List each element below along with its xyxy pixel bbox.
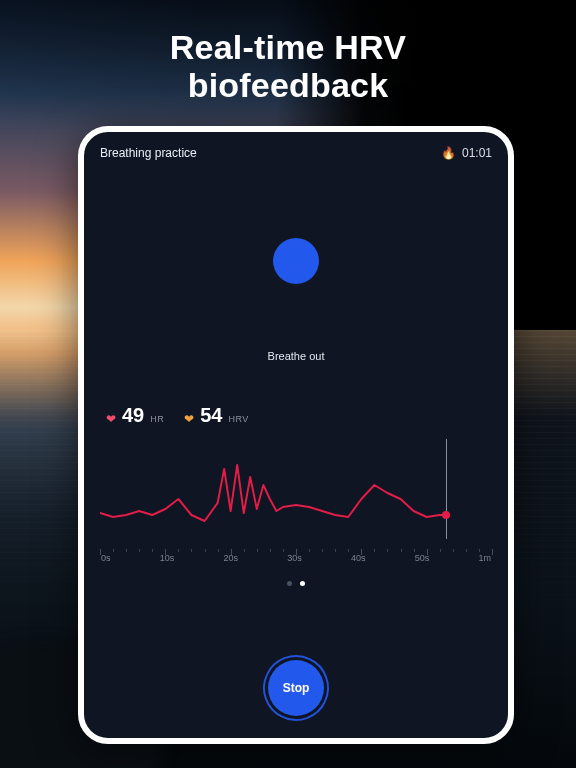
page-indicator[interactable] [100, 581, 492, 586]
axis-tick [283, 549, 284, 552]
axis-label: 40s [351, 553, 366, 563]
tablet-frame: Breathing practice 🔥 01:01 Breathe out ❤… [78, 126, 514, 744]
app-screen: Breathing practice 🔥 01:01 Breathe out ❤… [84, 132, 508, 738]
axis-tick [152, 549, 153, 552]
axis-tick [479, 549, 480, 552]
hrv-value: 54 [200, 404, 222, 427]
headline-line-1: Real-time HRV [170, 28, 406, 66]
hrv-heart-icon: ❤ [184, 412, 194, 426]
hr-chart: 0s10s20s30s40s50s1m [100, 433, 492, 563]
axis-tick [139, 549, 140, 552]
metrics-row: ❤ 49 HR ❤ 54 HRV [106, 404, 492, 427]
axis-tick [322, 549, 323, 552]
axis-tick [387, 549, 388, 552]
axis-tick [374, 549, 375, 552]
axis-tick [414, 549, 415, 552]
axis-tick [440, 549, 441, 552]
axis-tick [218, 549, 219, 552]
axis-label: 1m [478, 553, 491, 563]
timer-value: 01:01 [462, 146, 492, 160]
top-bar: Breathing practice 🔥 01:01 [100, 146, 492, 160]
chart-cursor-line [446, 439, 447, 539]
stop-button[interactable]: Stop [268, 660, 324, 716]
hrv-label: HRV [229, 414, 249, 424]
axis-tick [401, 549, 402, 552]
axis-tick [191, 549, 192, 552]
axis-tick [453, 549, 454, 552]
axis-tick [257, 549, 258, 552]
axis-tick [335, 549, 336, 552]
breath-circle-icon [273, 238, 319, 284]
axis-tick [205, 549, 206, 552]
axis-label: 50s [415, 553, 430, 563]
axis-tick [466, 549, 467, 552]
page-dot-2[interactable] [300, 581, 305, 586]
hr-label: HR [150, 414, 164, 424]
axis-label: 30s [287, 553, 302, 563]
screen-title: Breathing practice [100, 146, 197, 160]
axis-tick [348, 549, 349, 552]
metric-hrv: ❤ 54 HRV [184, 404, 249, 427]
axis-tick [270, 549, 271, 552]
hr-value: 49 [122, 404, 144, 427]
marketing-headline: Real-time HRV biofeedback [0, 28, 576, 104]
axis-label: 20s [223, 553, 238, 563]
metric-hr: ❤ 49 HR [106, 404, 164, 427]
session-timer: 🔥 01:01 [441, 146, 492, 160]
breath-instruction: Breathe out [100, 350, 492, 362]
page-dot-1[interactable] [287, 581, 292, 586]
heart-icon: ❤ [106, 412, 116, 426]
axis-tick [492, 549, 493, 555]
chart-x-axis: 0s10s20s30s40s50s1m [100, 541, 492, 563]
axis-tick [178, 549, 179, 552]
progress-ring-icon [252, 644, 340, 732]
axis-label: 10s [160, 553, 175, 563]
axis-tick [126, 549, 127, 552]
flame-icon: 🔥 [441, 146, 456, 160]
headline-line-2: biofeedback [188, 66, 389, 104]
breath-pacer: Breathe out [100, 178, 492, 388]
axis-label: 0s [101, 553, 111, 563]
axis-tick [113, 549, 114, 552]
axis-tick [244, 549, 245, 552]
axis-tick [309, 549, 310, 552]
